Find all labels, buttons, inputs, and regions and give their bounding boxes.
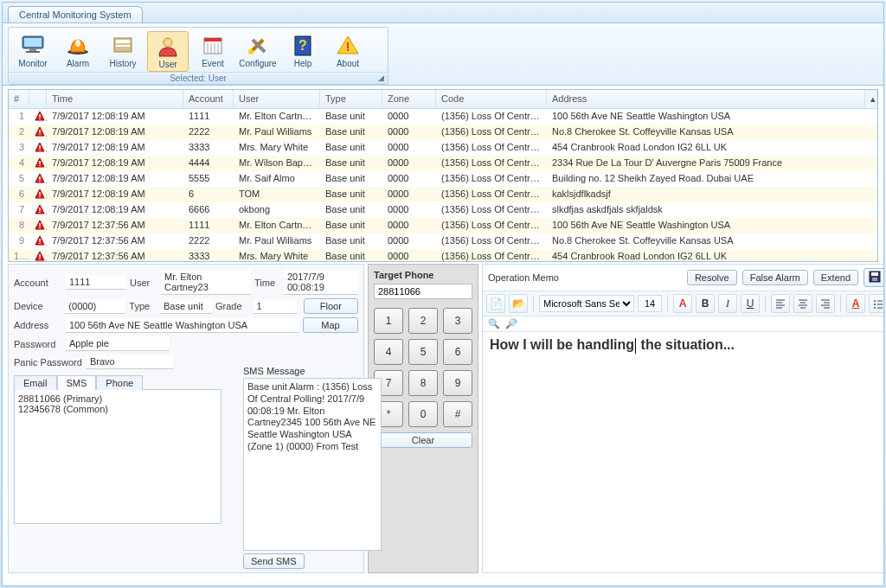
keypad-2[interactable]: 2 — [408, 308, 438, 334]
send-sms-button[interactable]: Send SMS — [243, 553, 305, 569]
field-account: 1111 — [66, 275, 126, 290]
table-row[interactable]: 97/9/2017 12:37:56 AM2222Mr. Paul Willia… — [9, 233, 877, 249]
ribbon-history[interactable]: History — [102, 31, 144, 72]
app-tab-label: Central Monitoring System — [19, 10, 132, 20]
keypad-4[interactable]: 4 — [374, 339, 403, 365]
ribbon-dialog-launcher[interactable]: ◢ — [378, 74, 384, 82]
sms-contact-list[interactable]: 28811066 (Primary) 12345678 (Common) — [14, 390, 222, 524]
svg-point-61 — [874, 304, 876, 305]
clear-button[interactable]: Clear — [374, 432, 472, 448]
svg-rect-33 — [39, 196, 40, 197]
keypad-1[interactable]: 1 — [374, 308, 403, 334]
label-account: Account — [14, 278, 62, 288]
keypad-9[interactable]: 9 — [443, 370, 472, 396]
ribbon-about[interactable]: ! About — [327, 31, 369, 72]
ribbon-label: Configure — [239, 59, 276, 68]
table-row[interactable]: 47/9/2017 12:08:19 AM4444Mr. Wilson Bapt… — [9, 156, 877, 171]
svg-rect-30 — [39, 176, 40, 180]
table-row[interactable]: 77/9/2017 12:08:19 AM6666okbongBase unit… — [9, 202, 877, 218]
font-select[interactable]: Microsoft Sans Ser — [539, 295, 634, 312]
alert-icon — [29, 109, 47, 125]
label-password: Password — [14, 339, 62, 349]
grid-header: # Time Account User Type Zone Code Addre… — [9, 90, 877, 109]
svg-rect-40 — [39, 254, 40, 258]
align-center-icon[interactable] — [793, 294, 812, 313]
find-next-icon[interactable]: 🔎 — [505, 318, 517, 329]
svg-rect-28 — [39, 161, 40, 164]
table-row[interactable]: 57/9/2017 12:08:19 AM5555Mr. Saif AlmoBa… — [9, 171, 877, 187]
false-alarm-button[interactable]: False Alarm — [742, 270, 808, 285]
ribbon-alarm[interactable]: Alarm — [57, 31, 99, 72]
svg-point-9 — [164, 38, 172, 47]
find-icon[interactable]: 🔍 — [488, 318, 500, 329]
ribbon-label: Alarm — [67, 59, 89, 68]
monitor-icon — [19, 33, 47, 57]
target-phone-label: Target Phone — [374, 270, 472, 280]
svg-rect-29 — [39, 165, 40, 166]
keypad-0[interactable]: 0 — [408, 401, 438, 427]
alert-icon — [29, 218, 47, 233]
table-row[interactable]: 17/9/2017 12:08:19 AM1111Mr. Elton Cartn… — [9, 109, 877, 125]
font-color-icon[interactable]: A — [673, 294, 692, 313]
ribbon-help[interactable]: ? Help — [282, 31, 324, 72]
keypad-#[interactable]: # — [443, 401, 472, 427]
svg-rect-7 — [116, 40, 130, 43]
open-icon[interactable]: 📂 — [509, 294, 528, 313]
svg-rect-3 — [26, 51, 40, 53]
configure-icon — [244, 33, 272, 57]
ribbon-label: About — [337, 59, 359, 68]
align-right-icon[interactable] — [816, 294, 835, 313]
keypad-6[interactable]: 6 — [443, 339, 472, 365]
ribbon-monitor[interactable]: Monitor — [12, 31, 54, 72]
bold-icon[interactable]: B — [696, 294, 715, 313]
underline-icon[interactable]: U — [741, 294, 760, 313]
font-size-input[interactable] — [638, 295, 662, 312]
table-row[interactable]: 107/9/2017 12:37:56 AM3333Mrs. Mary Whit… — [9, 249, 877, 261]
tab-email[interactable]: Email — [14, 375, 57, 390]
save-icon — [869, 271, 881, 283]
target-phone-input[interactable] — [374, 284, 472, 299]
map-button[interactable]: Map — [303, 317, 358, 333]
keypad-3[interactable]: 3 — [443, 308, 472, 334]
svg-rect-1 — [24, 38, 42, 47]
table-row[interactable]: 67/9/2017 12:08:19 AM6TOMBase unit0000(1… — [9, 187, 877, 202]
field-user: Mr. Elton Cartney23 — [161, 270, 251, 295]
table-row[interactable]: 27/9/2017 12:08:19 AM2222Mr. Paul Willia… — [9, 125, 877, 140]
scroll-up-icon[interactable]: ▴ — [865, 90, 877, 108]
app-tab[interactable]: Central Monitoring System — [8, 6, 143, 22]
ribbon-label: History — [109, 59, 136, 68]
floor-button[interactable]: Floor — [304, 298, 358, 314]
resolve-button[interactable]: Resolve — [687, 270, 737, 285]
tab-phone[interactable]: Phone — [96, 375, 143, 390]
user-icon — [154, 34, 182, 58]
keypad-5[interactable]: 5 — [408, 339, 438, 365]
align-left-icon[interactable] — [771, 294, 790, 313]
highlight-icon[interactable]: A — [846, 294, 865, 313]
keypad-8[interactable]: 8 — [408, 370, 438, 396]
new-doc-icon[interactable]: 📄 — [486, 294, 505, 313]
extend-button[interactable]: Extend — [813, 270, 858, 285]
sms-message-label: SMS Message — [243, 366, 383, 376]
field-time: 2017/7/9 00:08:19 — [284, 270, 358, 295]
italic-icon[interactable]: I — [718, 294, 737, 313]
history-icon — [109, 33, 137, 57]
operation-memo-label: Operation Memo — [488, 272, 559, 283]
bullets-icon[interactable] — [869, 294, 884, 313]
sms-message-box[interactable]: Base unit Alarm : (1356) Loss Of Central… — [243, 378, 382, 551]
ribbon-label: Help — [294, 59, 312, 68]
memo-editor[interactable]: How I will be handling the situation... — [483, 331, 884, 572]
svg-rect-23 — [39, 118, 40, 119]
ribbon-configure[interactable]: Configure — [237, 31, 279, 72]
svg-rect-35 — [39, 212, 40, 213]
table-row[interactable]: 37/9/2017 12:08:19 AM3333Mrs. Mary White… — [9, 140, 877, 156]
ribbon-event[interactable]: Event — [192, 31, 234, 72]
field-device: (0000) — [65, 299, 125, 314]
memo-text-a: How I will be handling — [490, 337, 634, 352]
list-item[interactable]: 28811066 (Primary) — [18, 393, 217, 404]
save-button[interactable] — [864, 268, 884, 287]
field-address: 100 56th Ave NE Seattle Washington USA — [66, 318, 299, 333]
tab-sms[interactable]: SMS — [57, 375, 97, 390]
table-row[interactable]: 87/9/2017 12:37:56 AM1111Mr. Elton Cartn… — [9, 218, 877, 233]
list-item[interactable]: 12345678 (Common) — [18, 404, 217, 414]
ribbon-user[interactable]: User — [147, 31, 189, 72]
